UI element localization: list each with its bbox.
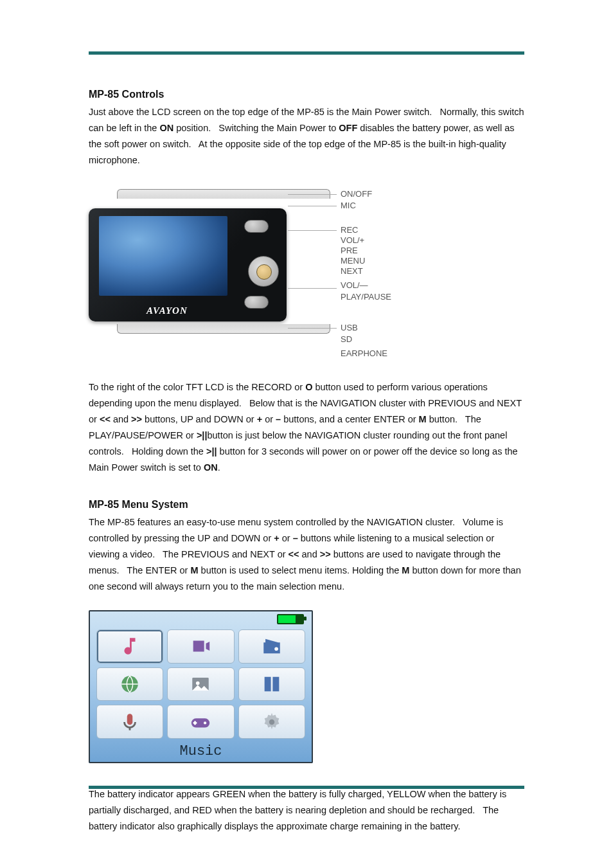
callout-voldn: VOL/— [341,280,368,290]
tile-radio [238,629,305,664]
figure-menu-screen: Music [89,610,313,763]
callout-next: NEXT [341,266,363,276]
tile-game [167,705,234,739]
svg-point-3 [196,682,200,685]
menu-grid [96,629,305,739]
rec-button-icon [244,220,269,233]
callout-mic: MIC [341,201,356,210]
nav-cluster-icon [248,256,279,287]
menu-label: Music [89,743,313,759]
para-controls-1: Just above the LCD screen on the top edg… [89,104,524,168]
callout-menu: MENU [341,256,365,266]
para-controls-2: To the right of the color TFT LCD is the… [89,379,524,476]
para-menu-2: The battery indicator appears GREEN when… [89,786,524,835]
callout-sd: SD [341,334,352,344]
tile-browser [96,667,163,701]
para-menu-1: The MP-85 features an easy-to-use menu s… [89,514,524,595]
battery-fill [278,615,296,623]
tile-video [167,629,234,664]
callout-ear: EARPHONE [341,348,387,358]
heading-menu-system: MP-85 Menu System [89,499,524,511]
callout-usb: USB [341,323,358,332]
tile-photo [167,667,234,701]
device-body: AVAYON [89,208,287,321]
svg-rect-4 [127,714,133,725]
figure-device-callouts: AVAYON ON/OFF MIC REC VOL/+ PRE MENU NEX… [89,185,389,365]
callout-rec: REC [341,225,358,235]
device-brand: AVAYON [147,305,188,316]
tile-ebook [238,667,305,701]
tile-record [96,705,163,739]
callout-volup: VOL/+ [341,235,364,245]
top-rule [89,51,524,55]
callout-onoff: ON/OFF [341,189,372,199]
battery-icon [277,614,304,624]
document-body: MP-85 Controls Just above the LCD screen… [89,89,524,835]
svg-point-6 [204,721,206,724]
device-bottom-edge [117,324,330,334]
tile-music [96,629,163,664]
svg-point-0 [274,647,278,651]
tile-settings [238,705,305,739]
play-button-icon [244,296,269,309]
heading-controls: MP-85 Controls [89,89,524,100]
callout-play: PLAY/PAUSE [341,292,391,302]
callout-pre: PRE [341,246,358,255]
device-lcd [99,216,227,296]
